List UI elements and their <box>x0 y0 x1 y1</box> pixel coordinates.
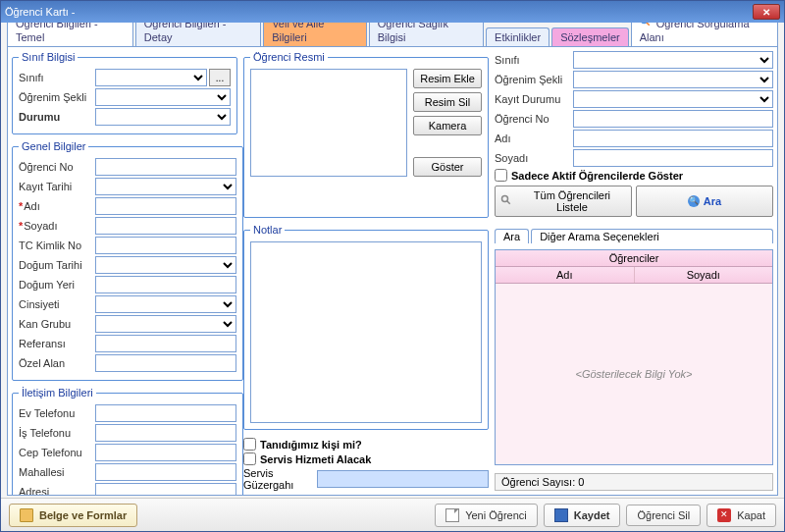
q-label-reg: Kayıt Durumu <box>495 93 573 105</box>
svg-point-2 <box>501 196 507 202</box>
tab-contracts[interactable]: Sözleşmeler <box>551 27 629 46</box>
label-birthplace: Doğum Yeri <box>19 279 95 291</box>
grid-col-name[interactable]: Adı <box>496 267 635 283</box>
tab-health[interactable]: Öğrenci Sağlık Bilgisi <box>369 23 484 46</box>
group-contact: İletişim Bilgileri Ev Telefonu İş Telefo… <box>12 387 243 496</box>
close-icon[interactable]: ✕ <box>753 4 780 20</box>
button-new-student[interactable]: Yeni Öğrenci <box>435 504 538 527</box>
button-class-lookup[interactable]: ... <box>209 69 231 86</box>
input-custom[interactable] <box>95 354 236 372</box>
titlebar: Öğrenci Kartı - ✕ <box>1 1 784 23</box>
button-docs-label: Belge ve Formlar <box>39 509 127 521</box>
label-active-only: Sadece Aktif Öğrencilerde Göster <box>511 170 683 182</box>
folder-icon <box>20 508 33 522</box>
select-birthdate[interactable] <box>95 256 236 274</box>
svg-line-3 <box>507 201 510 204</box>
q-label-name: Adı <box>495 133 573 144</box>
input-district[interactable] <box>95 463 236 481</box>
input-birthplace[interactable] <box>95 276 236 293</box>
select-blood[interactable] <box>95 315 236 333</box>
q-input-surname[interactable] <box>573 149 773 167</box>
subtab-other[interactable]: Diğer Arama Seçenekleri <box>531 229 773 243</box>
input-mobile[interactable] <box>95 444 236 461</box>
svg-line-1 <box>646 23 649 26</box>
legend-class-info: Sınıf Bilgisi <box>19 51 78 63</box>
checkbox-active-only[interactable] <box>495 169 507 182</box>
button-save-label: Kaydet <box>574 509 610 521</box>
input-service-route[interactable] <box>317 470 489 488</box>
input-name[interactable] <box>95 197 236 215</box>
checkbox-known-person[interactable] <box>243 438 256 451</box>
button-delete-label: Öğrenci Sil <box>637 509 690 521</box>
group-photo: Öğrenci Resmi Resim Ekle Resim Sil Kamer… <box>243 51 489 218</box>
button-docs-forms[interactable]: Belge ve Formlar <box>9 504 137 527</box>
legend-general: Genel Bilgiler <box>19 140 88 152</box>
button-photo-delete[interactable]: Resim Sil <box>413 92 482 112</box>
group-class-info: Sınıf Bilgisi Sınıfı ... Öğrenim Şekli D… <box>12 51 237 134</box>
search-circle-icon: 🔍 <box>688 195 700 207</box>
document-icon <box>445 508 459 522</box>
q-label-edu: Öğrenim Şekli <box>495 74 573 85</box>
close-x-icon: ✕ <box>717 508 731 522</box>
grid-col-surname[interactable]: Soyadı <box>635 267 773 283</box>
button-camera[interactable]: Kamera <box>413 116 482 135</box>
input-reference[interactable] <box>95 335 236 352</box>
label-blood: Kan Grubu <box>19 318 95 330</box>
label-class: Sınıfı <box>19 72 95 83</box>
button-search[interactable]: 🔍 Ara <box>636 186 773 217</box>
label-status: Durumu <box>19 111 95 123</box>
button-close[interactable]: ✕ Kapat <box>706 504 776 527</box>
student-count: Öğrenci Sayısı: 0 <box>495 473 773 491</box>
input-address[interactable] <box>95 483 236 496</box>
tab-query-area[interactable]: Öğrenci Sorgulama Alanı <box>631 23 778 46</box>
select-class[interactable] <box>95 69 207 86</box>
button-photo-add[interactable]: Resim Ekle <box>413 69 482 88</box>
label-district: Mahallesi <box>19 466 95 478</box>
input-home-phone[interactable] <box>95 404 236 422</box>
textarea-notes[interactable] <box>250 241 482 423</box>
select-gender[interactable] <box>95 295 236 313</box>
main-area: Sınıf Bilgisi Sınıfı ... Öğrenim Şekli D… <box>7 46 778 496</box>
group-notes: Notlar <box>243 224 489 430</box>
q-label-class: Sınıfı <box>495 54 573 66</box>
checkbox-service[interactable] <box>243 452 256 465</box>
input-tc[interactable] <box>95 237 236 254</box>
tab-family[interactable]: Veli ve Aile Bilgileri <box>263 23 367 46</box>
input-surname[interactable] <box>95 217 236 235</box>
tabstrip: Öğrenci Bilgileri - Temel Öğrenci Bilgil… <box>7 27 778 46</box>
input-student-no[interactable] <box>95 158 236 176</box>
q-select-class[interactable] <box>573 51 773 69</box>
legend-contact: İletişim Bilgileri <box>19 387 96 399</box>
select-reg-date[interactable] <box>95 178 236 195</box>
q-input-no[interactable] <box>573 110 773 128</box>
tab-query-label: Öğrenci Sorgulama Alanı <box>640 23 750 43</box>
label-birthdate: Doğum Tarihi <box>19 259 95 271</box>
label-custom: Özel Alan <box>19 357 95 369</box>
q-select-reg[interactable] <box>573 90 773 108</box>
tab-student-basic[interactable]: Öğrenci Bilgileri - Temel <box>7 23 133 46</box>
q-label-surname: Soyadı <box>495 152 573 164</box>
button-list-all[interactable]: Tüm Öğrencileri Listele <box>495 186 632 217</box>
legend-photo: Öğrenci Resmi <box>250 51 328 63</box>
label-name: Adı <box>19 200 95 212</box>
label-tc: TC Kimlik No <box>19 239 95 251</box>
results-grid: Öğrenciler Adı Soyadı <Gösterilecek Bilg… <box>495 249 773 465</box>
group-general: Genel Bilgiler Öğrenci No Kayıt Tarihi A… <box>12 140 243 381</box>
label-mobile: Cep Telefonu <box>19 447 95 458</box>
q-input-name[interactable] <box>573 130 773 147</box>
button-delete-student[interactable]: Öğrenci Sil <box>626 505 701 526</box>
tab-activities[interactable]: Etkinlikler <box>486 27 550 46</box>
subtab-search[interactable]: Ara <box>495 229 529 243</box>
legend-notes: Notlar <box>250 224 285 236</box>
label-reference: Referansı <box>19 338 95 349</box>
input-work-phone[interactable] <box>95 424 236 442</box>
tab-student-detail[interactable]: Öğrenci Bilgileri - Detay <box>135 23 261 46</box>
button-photo-show[interactable]: Göster <box>413 157 482 177</box>
select-status[interactable] <box>95 108 231 126</box>
button-save[interactable]: Kaydet <box>544 504 621 527</box>
window-title: Öğrenci Kartı - <box>5 6 753 18</box>
select-education[interactable] <box>95 88 231 106</box>
q-select-edu[interactable] <box>573 71 773 88</box>
label-service: Servis Hizmeti Alacak <box>260 453 371 465</box>
search-icon <box>640 23 654 29</box>
